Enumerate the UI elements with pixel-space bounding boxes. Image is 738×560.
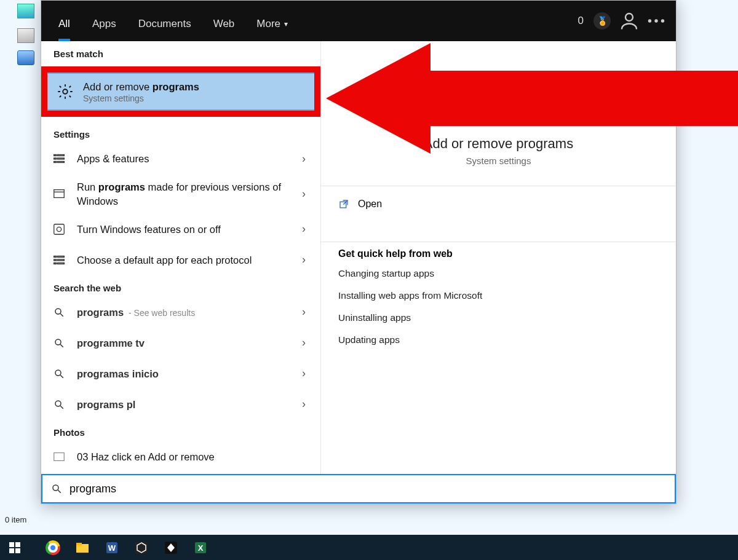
svg-point-1 bbox=[648, 19, 651, 22]
search-body: Best match Add or remove programs System… bbox=[41, 41, 676, 474]
gear-icon bbox=[473, 74, 525, 126]
account-icon[interactable] bbox=[618, 10, 640, 32]
more-options-icon[interactable] bbox=[645, 10, 667, 32]
result-title: programas inicio bbox=[77, 367, 291, 381]
quick-help-link[interactable]: Installing web apps from Microsoft bbox=[338, 290, 659, 301]
chevron-right-icon[interactable]: › bbox=[300, 398, 308, 411]
result-default-app-protocol[interactable]: Choose a default app for each protocol › bbox=[41, 245, 320, 275]
search-icon bbox=[50, 395, 68, 414]
svg-point-4 bbox=[63, 89, 67, 93]
search-panel: All Apps Documents Web More ▾ 0 🏅 Best bbox=[41, 0, 676, 504]
search-header: All Apps Documents Web More ▾ 0 🏅 bbox=[41, 1, 676, 41]
web-result[interactable]: programas inicio › bbox=[41, 358, 320, 389]
chevron-right-icon[interactable]: › bbox=[300, 253, 308, 266]
search-icon bbox=[50, 365, 68, 383]
svg-line-33 bbox=[58, 490, 61, 493]
taskbar-unity-icon[interactable] bbox=[156, 535, 186, 560]
search-input[interactable] bbox=[69, 483, 666, 495]
svg-rect-44 bbox=[76, 544, 89, 553]
svg-rect-9 bbox=[54, 162, 57, 163]
svg-point-43 bbox=[50, 545, 55, 550]
chevron-right-icon[interactable]: › bbox=[300, 367, 308, 380]
svg-point-21 bbox=[55, 309, 61, 314]
open-label: Open bbox=[358, 199, 382, 210]
desktop-icon[interactable] bbox=[17, 4, 34, 18]
desktop-icon[interactable] bbox=[17, 28, 34, 43]
results-column: Best match Add or remove programs System… bbox=[41, 41, 321, 474]
taskbar-chrome-icon[interactable] bbox=[38, 535, 68, 560]
result-title: Add or remove programs bbox=[83, 80, 302, 93]
taskbar: W X bbox=[0, 535, 738, 560]
svg-rect-15 bbox=[54, 256, 57, 257]
desktop: 0 item All Apps Documents Web More ▾ 0 🏅 bbox=[0, 0, 738, 560]
result-title: programme tv bbox=[77, 336, 291, 350]
start-button[interactable] bbox=[0, 535, 30, 560]
chevron-right-icon[interactable]: › bbox=[300, 223, 308, 235]
default-apps-icon bbox=[50, 251, 68, 269]
result-title: programs pl bbox=[77, 398, 291, 411]
chevron-right-icon[interactable]: › bbox=[300, 152, 308, 165]
svg-rect-36 bbox=[15, 542, 20, 547]
chevron-right-icon[interactable]: › bbox=[300, 306, 308, 318]
result-windows-features[interactable]: Turn Windows features on or off › bbox=[41, 214, 320, 245]
quick-help-heading: Get quick help from web bbox=[338, 248, 659, 259]
svg-rect-20 bbox=[57, 262, 64, 264]
chevron-right-icon[interactable]: › bbox=[300, 336, 308, 349]
web-result[interactable]: programs - See web results › bbox=[41, 297, 320, 328]
svg-rect-8 bbox=[57, 158, 64, 159]
svg-line-28 bbox=[60, 406, 63, 409]
desktop-icon[interactable] bbox=[17, 50, 34, 65]
svg-rect-45 bbox=[76, 543, 82, 545]
rewards-count: 0 bbox=[578, 15, 584, 27]
svg-point-27 bbox=[55, 401, 61, 406]
result-title: 03 Haz click en Add or remove bbox=[77, 450, 308, 463]
quick-help-link[interactable]: Updating apps bbox=[338, 334, 659, 345]
svg-rect-5 bbox=[54, 155, 57, 156]
photo-result[interactable]: 03 Haz click en Add or remove bbox=[41, 441, 320, 472]
open-action[interactable]: Open bbox=[338, 186, 659, 222]
svg-rect-7 bbox=[54, 158, 57, 159]
chevron-right-icon[interactable]: › bbox=[300, 187, 308, 200]
svg-rect-37 bbox=[9, 548, 14, 553]
quick-help-link[interactable]: Changing startup apps bbox=[338, 268, 659, 279]
result-title: Turn Windows features on or off bbox=[77, 223, 291, 236]
svg-line-26 bbox=[60, 375, 63, 378]
taskbar-explorer-icon[interactable] bbox=[68, 535, 97, 560]
svg-rect-6 bbox=[57, 155, 64, 156]
svg-rect-18 bbox=[57, 259, 64, 261]
web-result[interactable]: programme tv › bbox=[41, 328, 320, 358]
list-icon bbox=[50, 149, 68, 168]
section-search-web: Search the web bbox=[41, 275, 320, 297]
result-title: programs - See web results bbox=[77, 306, 291, 319]
tab-web[interactable]: Web bbox=[205, 1, 244, 41]
svg-rect-29 bbox=[54, 452, 65, 460]
tab-documents[interactable]: Documents bbox=[130, 1, 200, 41]
taskbar-excel-icon[interactable]: X bbox=[186, 535, 215, 560]
svg-line-22 bbox=[60, 314, 63, 317]
result-title: Apps & features bbox=[77, 152, 291, 165]
web-result[interactable]: programs pl › bbox=[41, 389, 320, 420]
chevron-down-icon: ▾ bbox=[284, 20, 288, 28]
svg-rect-35 bbox=[9, 542, 14, 547]
search-bar[interactable] bbox=[41, 474, 676, 503]
rewards-icon[interactable]: 🏅 bbox=[591, 10, 613, 32]
quick-help-link[interactable]: Uninstalling apps bbox=[338, 312, 659, 323]
svg-text:W: W bbox=[108, 543, 116, 553]
svg-point-0 bbox=[625, 14, 633, 21]
result-add-remove-programs[interactable]: Add or remove programs System settings bbox=[47, 73, 314, 111]
tab-more[interactable]: More ▾ bbox=[248, 1, 296, 41]
open-icon bbox=[338, 199, 349, 210]
result-run-programs-compat[interactable]: Run programs made for previous versions … bbox=[41, 174, 320, 214]
taskbar-word-icon[interactable]: W bbox=[97, 535, 127, 560]
svg-line-24 bbox=[60, 344, 63, 347]
svg-point-2 bbox=[654, 19, 657, 22]
result-apps-features[interactable]: Apps & features › bbox=[41, 143, 320, 174]
tab-apps[interactable]: Apps bbox=[84, 1, 125, 41]
tab-all[interactable]: All bbox=[50, 1, 79, 41]
preview-subtitle: System settings bbox=[338, 156, 659, 166]
svg-point-32 bbox=[53, 485, 58, 491]
svg-rect-38 bbox=[15, 548, 20, 553]
search-icon bbox=[50, 303, 68, 321]
divider bbox=[321, 242, 676, 242]
taskbar-unity-hub-icon[interactable] bbox=[127, 535, 156, 560]
